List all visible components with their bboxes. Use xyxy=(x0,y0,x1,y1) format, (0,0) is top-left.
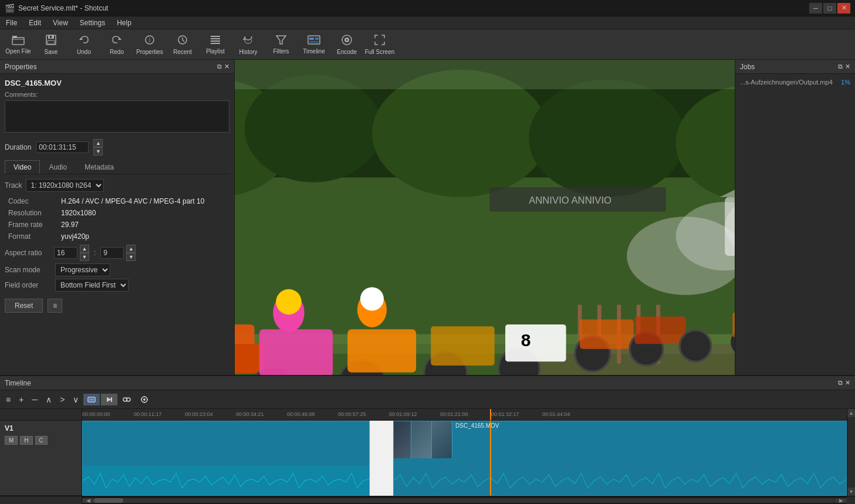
jobs-controls[interactable]: ⧉ ✕ xyxy=(838,63,850,70)
history-button[interactable]: History xyxy=(232,31,264,59)
svg-rect-13 xyxy=(211,40,220,42)
svg-marker-7 xyxy=(118,38,121,40)
encode-button[interactable]: Encode xyxy=(331,31,363,59)
redo-button[interactable]: Redo xyxy=(101,31,133,59)
timeline-button[interactable]: Timeline xyxy=(298,31,330,59)
properties-float-icon[interactable]: ⧉ xyxy=(217,63,222,70)
hscroll-left[interactable]: ◀ xyxy=(82,498,94,503)
menu-bar: File Edit View Settings Help xyxy=(0,16,855,29)
recent-button[interactable]: Recent xyxy=(167,31,198,59)
hscroll-thumb[interactable] xyxy=(94,498,123,503)
menu-view[interactable]: View xyxy=(47,18,74,28)
vscroll-down[interactable]: ▼ xyxy=(847,488,855,496)
aspect-w-up[interactable]: ▲ xyxy=(80,245,89,253)
aspect-h-down[interactable]: ▼ xyxy=(126,253,136,261)
aspect-w-input[interactable] xyxy=(54,247,77,259)
duration-spin-up[interactable]: ▲ xyxy=(93,139,103,147)
svg-rect-84 xyxy=(111,397,112,402)
timeline-hscroll[interactable]: ◀ ▶ xyxy=(0,496,855,504)
svg-point-23 xyxy=(346,39,348,40)
svg-point-27 xyxy=(245,75,382,182)
timeline-trim-button[interactable] xyxy=(83,394,100,405)
aspect-ratio-row: Aspect ratio ▲ ▼ : ▲ ▼ xyxy=(5,245,229,261)
menu-help[interactable]: Help xyxy=(111,18,137,28)
jobs-title: Jobs xyxy=(740,63,755,71)
fullscreen-icon xyxy=(374,34,386,48)
svg-rect-68 xyxy=(580,320,634,349)
tab-metadata[interactable]: Metadata xyxy=(76,160,123,174)
svg-rect-53 xyxy=(259,329,333,376)
recent-icon xyxy=(177,34,188,48)
jobs-close-icon[interactable]: ✕ xyxy=(845,63,850,70)
timeline-add-button[interactable]: + xyxy=(15,394,27,405)
close-button[interactable]: ✕ xyxy=(837,3,850,13)
properties-controls[interactable]: ⧉ ✕ xyxy=(217,63,229,70)
vscroll-up[interactable]: ▲ xyxy=(847,409,855,417)
timeline-header-controls[interactable]: ⧉ ✕ xyxy=(838,379,850,387)
properties-close-icon[interactable]: ✕ xyxy=(224,63,229,70)
v1-controls[interactable]: M H C xyxy=(5,436,77,445)
duration-row: Duration ▲ ▼ xyxy=(5,139,229,155)
dsc-clip[interactable]: DSC_4165.MOV xyxy=(393,421,847,496)
aspect-w-down[interactable]: ▼ xyxy=(80,253,89,261)
fullscreen-button[interactable]: Full Screen xyxy=(364,31,396,59)
timeline-header: Timeline ⧉ ✕ xyxy=(0,376,855,390)
timeline-ripple-button[interactable]: > xyxy=(56,394,68,405)
window-controls[interactable]: ─ □ ✕ xyxy=(809,3,850,13)
comments-input[interactable] xyxy=(5,100,229,133)
history-label: History xyxy=(239,49,257,55)
maximize-button[interactable]: □ xyxy=(823,3,836,13)
timeline-playhead-top xyxy=(490,409,491,420)
timeline-scrub-button[interactable] xyxy=(119,394,135,405)
open-file-button[interactable]: Open File xyxy=(2,31,34,59)
properties-icon: i xyxy=(144,34,156,48)
playlist-button[interactable]: Playlist xyxy=(200,31,231,59)
hscroll-right[interactable]: ▶ xyxy=(835,498,847,503)
timeline-menu-button[interactable]: ≡ xyxy=(2,394,14,405)
hscroll-track[interactable] xyxy=(94,498,835,503)
timeline-ripple-markers-button[interactable] xyxy=(136,394,153,405)
aspect-h-up[interactable]: ▲ xyxy=(126,245,136,253)
timeline-overwrite-button[interactable]: ∨ xyxy=(69,394,82,405)
track-select[interactable]: 1: 1920x1080 h264 xyxy=(26,179,104,192)
main-clip-1[interactable] xyxy=(82,421,370,496)
timeline-close-icon[interactable]: ✕ xyxy=(845,379,850,387)
filters-button[interactable]: Filters xyxy=(265,31,297,59)
svg-point-85 xyxy=(123,398,127,401)
minimize-button[interactable]: ─ xyxy=(809,3,822,13)
toolbar: Open File Save Undo Redo xyxy=(0,29,855,60)
menu-edit[interactable]: Edit xyxy=(23,18,47,28)
jobs-float-icon[interactable]: ⧉ xyxy=(838,63,843,70)
vscroll-track[interactable] xyxy=(847,417,855,488)
timeline-vscroll[interactable]: ▲ ▼ xyxy=(847,409,855,496)
properties-menu-button[interactable]: ≡ xyxy=(48,299,62,313)
v1-hide-button[interactable]: H xyxy=(20,436,32,445)
svg-rect-12 xyxy=(211,38,220,39)
duration-input[interactable] xyxy=(36,141,89,153)
menu-file[interactable]: File xyxy=(0,18,23,28)
tl-ruler-57: 00:00:57:25 xyxy=(338,411,366,417)
tab-video[interactable]: Video xyxy=(5,160,40,174)
dsc-clip-waveform xyxy=(394,466,846,495)
encode-label: Encode xyxy=(337,49,357,55)
aspect-h-input[interactable] xyxy=(100,247,124,259)
field-order-select[interactable]: Bottom Field First Top Field First xyxy=(55,279,129,292)
v1-mute-button[interactable]: M xyxy=(5,436,18,445)
v1-lock-button[interactable]: C xyxy=(35,436,48,445)
redo-icon xyxy=(111,34,123,48)
tab-audio[interactable]: Audio xyxy=(40,160,76,174)
menu-settings[interactable]: Settings xyxy=(74,18,111,28)
timeline-float-icon[interactable]: ⧉ xyxy=(838,379,843,387)
save-button[interactable]: Save xyxy=(35,31,67,59)
scan-mode-select[interactable]: Progressive Interlaced xyxy=(55,263,110,276)
reset-button[interactable]: Reset xyxy=(5,299,43,313)
filters-label: Filters xyxy=(273,48,289,55)
undo-button[interactable]: Undo xyxy=(68,31,100,59)
timeline-remove-button[interactable]: ─ xyxy=(28,394,41,405)
jobs-header: Jobs ⧉ ✕ xyxy=(735,60,855,74)
properties-button[interactable]: i Properties xyxy=(134,31,165,59)
timeline-lift-button[interactable]: ∧ xyxy=(42,394,55,405)
v1-clips-area: DSC_4165.MOV xyxy=(82,421,847,496)
duration-spin-down[interactable]: ▼ xyxy=(93,147,103,155)
timeline-snap-button[interactable] xyxy=(101,394,117,405)
